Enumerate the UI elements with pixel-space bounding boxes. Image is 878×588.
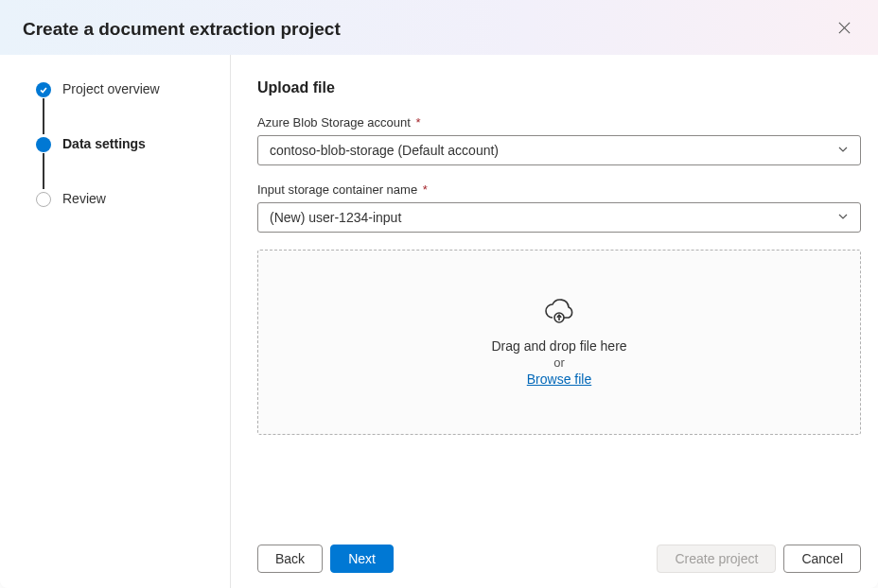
container-name-select[interactable]: (New) user-1234-input (257, 202, 861, 233)
footer-right: Create project Cancel (657, 545, 861, 573)
field-container-name: Input storage container name * (New) use… (257, 182, 861, 233)
footer-left: Back Next (257, 545, 394, 573)
step-upcoming-icon (36, 192, 51, 207)
create-project-button: Create project (657, 545, 776, 573)
back-button[interactable]: Back (257, 545, 323, 573)
container-name-label: Input storage container name * (257, 182, 861, 197)
step-connector (43, 153, 44, 189)
step-data-settings[interactable]: Data settings (36, 136, 211, 191)
dialog-title: Create a document extraction project (23, 19, 341, 40)
dialog-header: Create a document extraction project (0, 0, 878, 55)
step-label: Project overview (62, 81, 160, 136)
storage-account-select[interactable]: contoso-blob-storage (Default account) (257, 135, 861, 165)
step-completed-icon (36, 82, 51, 97)
cancel-button[interactable]: Cancel (783, 545, 861, 573)
step-label: Data settings (62, 136, 146, 191)
browse-file-link[interactable]: Browse file (527, 372, 591, 387)
main-panel: Upload file Azure Blob Storage account *… (231, 55, 878, 588)
dialog-body: Project overview Data settings Review Up… (0, 55, 878, 588)
create-project-dialog: Create a document extraction project (0, 0, 878, 588)
step-current-icon (36, 137, 51, 152)
container-name-value: (New) user-1234-input (270, 210, 401, 225)
dropzone-or: or (553, 355, 565, 370)
field-storage-account: Azure Blob Storage account * contoso-blo… (257, 115, 861, 165)
step-project-overview[interactable]: Project overview (36, 81, 211, 136)
required-marker: * (419, 182, 428, 197)
step-list: Project overview Data settings Review (36, 81, 211, 207)
chevron-down-icon (837, 210, 849, 225)
close-button[interactable] (834, 17, 855, 42)
required-marker: * (413, 115, 421, 130)
section-title: Upload file (257, 79, 861, 96)
storage-account-value: contoso-blob-storage (Default account) (270, 143, 499, 158)
wizard-sidebar: Project overview Data settings Review (0, 55, 231, 588)
step-label: Review (62, 191, 106, 206)
close-icon (837, 21, 852, 38)
dialog-footer: Back Next Create project Cancel (257, 529, 861, 573)
dropzone-text: Drag and drop file here (491, 338, 626, 354)
storage-account-label: Azure Blob Storage account * (257, 115, 861, 130)
cloud-upload-icon (543, 299, 575, 329)
step-review[interactable]: Review (36, 191, 211, 207)
file-dropzone[interactable]: Drag and drop file here or Browse file (257, 250, 861, 435)
chevron-down-icon (837, 143, 849, 158)
step-connector (43, 98, 44, 134)
next-button[interactable]: Next (330, 545, 394, 573)
